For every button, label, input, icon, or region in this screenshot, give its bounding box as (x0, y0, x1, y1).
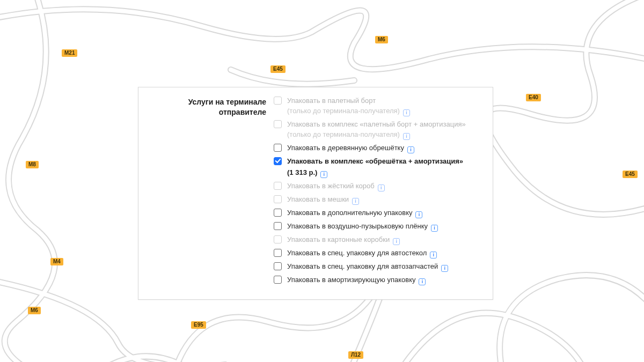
option-text: Упаковать в палетный борт(только до терм… (287, 96, 410, 116)
option-sublabel: (только до терминала-получателя)i (287, 130, 466, 140)
option-label: Упаковать в жёсткий короб (287, 182, 375, 190)
info-icon[interactable]: i (415, 211, 422, 218)
info-icon[interactable]: i (352, 198, 359, 205)
road-label: E40 (526, 94, 541, 101)
option-text: Упаковать в воздушно-пузырьковую плёнкуi (287, 221, 438, 232)
option-label: Упаковать в мешки (287, 195, 349, 203)
checkbox (274, 120, 282, 128)
option-row[interactable]: Упаковать в комплекс «обрешётка + аморти… (274, 157, 481, 178)
option-label: Упаковать в дополнительную упаковку (287, 209, 412, 217)
checkbox (274, 235, 282, 243)
info-icon[interactable]: i (403, 109, 410, 116)
option-row: Упаковать в комплекс «палетный борт + ам… (274, 120, 481, 140)
info-icon[interactable]: i (441, 265, 448, 272)
option-row[interactable]: Упаковать в деревянную обрешёткуi (274, 143, 481, 153)
info-icon[interactable]: i (407, 146, 414, 153)
services-panel: Услуги на терминале отправителе Упаковат… (138, 87, 493, 300)
option-text: Упаковать в комплекс «палетный борт + ам… (287, 120, 466, 140)
checkbox (274, 97, 282, 105)
option-text: Упаковать в спец. упаковку для автостеко… (287, 248, 437, 258)
road-label: E95 (191, 321, 206, 329)
road-label: E45 (623, 171, 638, 178)
option-row[interactable]: Упаковать в спец. упаковку для автозапча… (274, 262, 481, 272)
option-row[interactable]: Упаковать в дополнительную упаковкуi (274, 208, 481, 218)
checkbox[interactable] (274, 157, 282, 165)
road-label: M4 (50, 258, 63, 265)
road-label: M6 (28, 307, 41, 314)
road-label: M6 (375, 36, 388, 43)
info-icon[interactable]: i (419, 278, 426, 285)
option-text: Упаковать в картонные коробкиi (287, 235, 400, 245)
checkbox[interactable] (274, 262, 282, 270)
option-label: Упаковать в спец. упаковку для автозапча… (287, 262, 438, 270)
option-label: Упаковать в спец. упаковку для автостеко… (287, 249, 427, 257)
panel-title-line2: отправителе (219, 108, 266, 116)
option-row: Упаковать в мешкиi (274, 195, 481, 205)
option-text: Упаковать в амортизирующую упаковкуi (287, 275, 426, 285)
option-row[interactable]: Упаковать в спец. упаковку для автостеко… (274, 248, 481, 258)
info-icon[interactable]: i (393, 238, 400, 245)
panel-title: Услуги на терминале отправителе (150, 96, 274, 289)
option-row: Упаковать в картонные коробкиi (274, 235, 481, 245)
option-label: Упаковать в комплекс «палетный борт + ам… (287, 120, 466, 128)
checkbox[interactable] (274, 209, 282, 217)
option-label: Упаковать в амортизирующую упаковку (287, 276, 415, 284)
checkbox[interactable] (274, 249, 282, 257)
checkbox[interactable] (274, 144, 282, 152)
options-list: Упаковать в палетный борт(только до терм… (274, 96, 481, 289)
checkbox[interactable] (274, 276, 282, 284)
option-text: Упаковать в спец. упаковку для автозапча… (287, 262, 448, 272)
info-icon[interactable]: i (320, 171, 327, 178)
road-label: M21 (62, 49, 77, 57)
info-icon[interactable]: i (431, 225, 438, 232)
option-label: Упаковать в палетный борт (287, 97, 376, 105)
option-row: Упаковать в жёсткий коробi (274, 181, 481, 191)
info-icon[interactable]: i (430, 252, 437, 258)
option-text: Упаковать в дополнительную упаковкуi (287, 208, 422, 218)
checkbox[interactable] (274, 222, 282, 230)
road-label: E45 (270, 65, 286, 73)
road-label: Л12 (348, 351, 363, 359)
option-sublabel: (только до терминала-получателя)i (287, 106, 410, 116)
option-label: Упаковать в комплекс «обрешётка + аморти… (287, 157, 463, 165)
option-row: Упаковать в палетный борт(только до терм… (274, 96, 481, 116)
option-row[interactable]: Упаковать в воздушно-пузырьковую плёнкуi (274, 221, 481, 232)
info-icon[interactable]: i (403, 133, 410, 140)
option-text: Упаковать в комплекс «обрешётка + аморти… (287, 157, 463, 178)
option-label: Упаковать в деревянную обрешётку (287, 144, 404, 152)
option-text: Упаковать в жёсткий коробi (287, 181, 385, 191)
checkbox (274, 195, 282, 203)
option-price: (1 313 р.)i (287, 168, 463, 178)
checkbox (274, 182, 282, 190)
option-text: Упаковать в деревянную обрешёткуi (287, 143, 414, 153)
road-label: M8 (26, 161, 39, 168)
option-label: Упаковать в воздушно-пузырьковую плёнку (287, 222, 428, 230)
option-text: Упаковать в мешкиi (287, 195, 359, 205)
option-label: Упаковать в картонные коробки (287, 235, 390, 243)
panel-title-line1: Услуги на терминале (188, 98, 266, 106)
info-icon[interactable]: i (378, 184, 385, 191)
option-row[interactable]: Упаковать в амортизирующую упаковкуi (274, 275, 481, 285)
